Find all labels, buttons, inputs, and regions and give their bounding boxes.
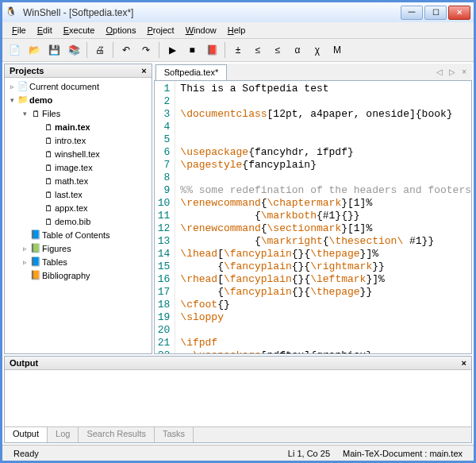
tree-item-icon: 📘 — [29, 229, 42, 241]
tree-node[interactable]: 🗒appx.tex — [5, 201, 152, 214]
tree-node[interactable]: ▾📁demo — [5, 93, 152, 106]
projects-close-icon[interactable]: × — [141, 66, 146, 75]
tree-item-label: demo.bib — [55, 217, 90, 226]
menu-options[interactable]: Options — [101, 24, 140, 37]
tree-item-icon: 🗒 — [42, 134, 55, 147]
titlebar: 🐧 WinShell - [Softpedia.tex*] 一 ☐ ✕ — [2, 0, 474, 22]
open-file-button[interactable]: 📂 — [25, 41, 43, 59]
status-position: Li 1, Co 25 — [282, 449, 336, 458]
math-symbol-button[interactable]: ± — [229, 41, 247, 59]
stop-button[interactable]: ■ — [183, 41, 201, 59]
math-symbol-button[interactable]: ≤ — [269, 41, 286, 59]
close-button[interactable]: ✕ — [448, 6, 470, 20]
output-header: Output × — [5, 357, 471, 370]
tree-node[interactable]: ▾🗒Files — [5, 106, 152, 120]
tree-item-icon: 🗒 — [42, 121, 55, 133]
status-ready: Ready — [7, 449, 45, 458]
toolbar: 📄 📂 💾 📚 🖨 ↶ ↷ ▶ ■ 📕 ±≤≤αχM — [2, 39, 474, 62]
run-button[interactable]: ▶ — [163, 41, 181, 59]
projects-title: Projects — [10, 66, 44, 75]
tree-twisty-icon[interactable]: ▾ — [21, 110, 29, 118]
tree-item-icon: 🗒 — [42, 175, 55, 187]
tree-item-label: intro.tex — [55, 136, 86, 145]
output-tab-search-results[interactable]: Search Results — [79, 427, 155, 442]
projects-panel: Projects × ▹📄Current document▾📁demo▾🗒Fil… — [4, 64, 152, 354]
tree-item-icon: 🗒 — [29, 107, 42, 120]
redo-button[interactable]: ↷ — [137, 41, 155, 59]
menu-project[interactable]: Project — [142, 24, 178, 37]
tree-item-label: math.tex — [55, 176, 88, 186]
save-button[interactable]: 💾 — [45, 41, 63, 59]
statusbar: Ready Li 1, Co 25 Main-TeX-Document : ma… — [2, 445, 474, 461]
tree-node[interactable]: 📙Bibliography — [5, 268, 152, 282]
menu-edit[interactable]: Edit — [33, 24, 57, 37]
tree-item-label: Tables — [42, 257, 67, 267]
tree-node[interactable]: 🗒last.tex — [5, 187, 152, 201]
tree-item-icon: 📁 — [17, 94, 29, 106]
tree-node[interactable]: 📘Table of Contents — [5, 228, 152, 241]
tree-node[interactable]: ▹📘Tables — [5, 255, 152, 268]
minimize-button[interactable]: 一 — [401, 6, 423, 20]
tree-twisty-icon[interactable]: ▹ — [8, 83, 17, 91]
save-all-button[interactable]: 📚 — [65, 41, 83, 59]
output-tab-tasks[interactable]: Tasks — [155, 427, 194, 442]
tree-node[interactable]: ▹📄Current document — [5, 79, 152, 93]
menu-window[interactable]: Window — [181, 24, 221, 37]
tree-twisty-icon[interactable]: ▹ — [21, 245, 29, 253]
math-symbol-button[interactable]: M — [328, 41, 346, 59]
tree-item-icon: 🗒 — [42, 202, 55, 214]
tree-item-label: appx.tex — [55, 203, 88, 213]
tree-node[interactable]: ▹📗Figures — [5, 241, 152, 255]
app-icon: 🐧 — [6, 6, 18, 19]
maximize-button[interactable]: ☐ — [424, 6, 447, 20]
tree-item-label: last.tex — [55, 190, 83, 199]
projects-header: Projects × — [5, 64, 152, 78]
tree-item-label: demo — [29, 95, 52, 105]
tab-close-icon[interactable]: × — [459, 68, 469, 76]
tree-item-label: winshell.tex — [55, 149, 100, 159]
tree-node[interactable]: 🗒image.tex — [5, 160, 152, 174]
editor-tab[interactable]: Softpedia.tex* — [155, 64, 228, 80]
view-pdf-button[interactable]: 📕 — [203, 41, 221, 59]
output-tab-log[interactable]: Log — [48, 427, 79, 442]
project-tree[interactable]: ▹📄Current document▾📁demo▾🗒Files🗒main.tex… — [5, 78, 152, 353]
new-file-button[interactable]: 📄 — [6, 41, 23, 59]
menu-help[interactable]: Help — [223, 24, 251, 37]
undo-button[interactable]: ↶ — [117, 41, 135, 59]
output-panel: Output × OutputLogSearch ResultsTasks — [4, 356, 472, 443]
math-symbol-button[interactable]: α — [289, 41, 306, 59]
output-tabs: OutputLogSearch ResultsTasks — [5, 426, 471, 442]
tree-item-icon: 📄 — [17, 80, 29, 93]
tree-node[interactable]: 🗒main.tex — [5, 120, 152, 133]
tree-item-label: Table of Contents — [42, 230, 110, 240]
output-title: Output — [10, 358, 38, 368]
tab-prev-icon[interactable]: ◁ — [434, 68, 445, 76]
tree-node[interactable]: 🗒demo.bib — [5, 214, 152, 228]
tree-item-label: image.tex — [55, 163, 93, 172]
output-body[interactable] — [5, 370, 471, 426]
output-close-icon[interactable]: × — [462, 358, 466, 368]
tree-item-icon: 🗒 — [42, 215, 55, 228]
tree-item-label: Bibliography — [42, 271, 90, 280]
math-symbol-button[interactable]: χ — [309, 41, 326, 59]
tree-twisty-icon[interactable]: ▹ — [21, 258, 29, 266]
tree-twisty-icon[interactable]: ▾ — [8, 96, 17, 104]
tree-item-icon: 🗒 — [42, 161, 55, 174]
tree-item-label: Files — [42, 109, 60, 118]
tab-next-icon[interactable]: ▷ — [447, 68, 458, 76]
code-editor[interactable]: 1234567891011121314151617181920212223242… — [154, 81, 472, 354]
tree-item-icon: 🗒 — [42, 148, 55, 160]
math-symbol-button[interactable]: ≤ — [249, 41, 267, 59]
output-tab-output[interactable]: Output — [5, 427, 48, 442]
tree-node[interactable]: 🗒winshell.tex — [5, 147, 152, 160]
status-document: Main-TeX-Document : main.tex — [336, 449, 469, 458]
tree-item-label: Current document — [29, 82, 99, 91]
tree-node[interactable]: 🗒intro.tex — [5, 133, 152, 147]
tree-node[interactable]: 🗒math.tex — [5, 174, 152, 187]
menu-file[interactable]: File — [7, 24, 31, 37]
print-button[interactable]: 🖨 — [91, 41, 109, 59]
menu-execute[interactable]: Execute — [59, 24, 100, 37]
window-title: WinShell - [Softpedia.tex*] — [23, 7, 401, 18]
tree-item-icon: 🗒 — [42, 188, 55, 201]
editor-tabrow: Softpedia.tex* ◁ ▷ × — [154, 64, 472, 81]
